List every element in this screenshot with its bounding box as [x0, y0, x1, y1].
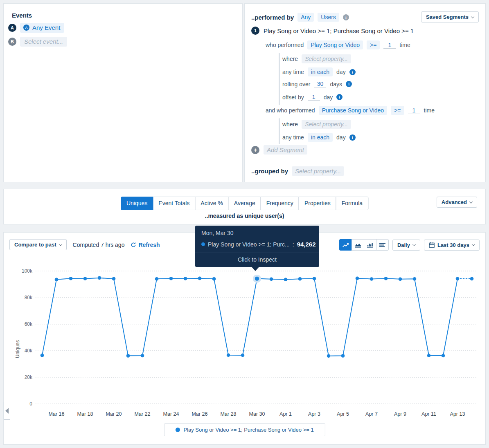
clause1-count-input[interactable]: [383, 42, 396, 49]
data-point[interactable]: [212, 277, 216, 281]
clause2-row: and who performed Purchase Song or Video…: [266, 106, 435, 115]
saved-segments-button[interactable]: Saved Segments: [421, 11, 479, 22]
x-tick-label: Apr 11: [421, 411, 436, 417]
clause2-indent-bar: [279, 118, 280, 144]
in-each-info-icon[interactable]: i: [349, 69, 356, 75]
clause2-in-each-pill[interactable]: in each: [308, 133, 333, 142]
rolling-input[interactable]: [314, 81, 326, 87]
tab-active-percent[interactable]: Active %: [195, 197, 228, 210]
offset-label: offset by: [282, 94, 304, 101]
data-point[interactable]: [184, 277, 187, 280]
data-point[interactable]: [83, 277, 87, 280]
rolling-info-icon[interactable]: i: [346, 81, 352, 87]
add-segment-plus-icon[interactable]: +: [251, 146, 259, 154]
data-point[interactable]: [456, 277, 460, 281]
event-label-a: Any Event: [32, 24, 60, 31]
clause1-row: who performed Play Song or Video >= time: [266, 40, 410, 49]
offset-info-icon[interactable]: i: [336, 94, 343, 100]
chevron-down-icon: [469, 200, 473, 203]
advanced-button[interactable]: Advanced: [437, 197, 477, 208]
data-point[interactable]: [384, 277, 388, 280]
data-point[interactable]: [413, 277, 417, 281]
data-point[interactable]: [370, 277, 374, 281]
data-point[interactable]: [470, 277, 474, 281]
data-point[interactable]: [55, 278, 59, 282]
clause1-event-pill[interactable]: Play Song or Video: [307, 40, 363, 49]
clause1-indent-bar: [279, 53, 280, 105]
clause1-where-select[interactable]: Select property...: [302, 54, 351, 63]
segment-number-badge: 1: [251, 27, 259, 35]
clause1-rolling-row: rolling over days i: [282, 81, 352, 87]
any-pill[interactable]: Any: [297, 13, 314, 22]
x-tick-label: Apr 7: [365, 411, 378, 417]
tab-event-totals[interactable]: Event Totals: [153, 197, 195, 210]
metric-tabs: Uniques Event Totals Active % Average Fr…: [121, 197, 368, 210]
clause1-operator-pill[interactable]: >=: [367, 40, 380, 49]
data-point[interactable]: [341, 354, 345, 358]
add-segment-button[interactable]: Add Segment: [264, 145, 307, 155]
event-select-b[interactable]: Select event...: [20, 37, 67, 47]
data-point[interactable]: [98, 276, 101, 280]
collapse-panel-handle[interactable]: [4, 402, 10, 420]
event-select-a[interactable]: A Any Event: [20, 23, 64, 33]
tab-uniques[interactable]: Uniques: [121, 197, 153, 210]
highlighted-data-point[interactable]: [255, 276, 259, 280]
clause2-operator-pill[interactable]: >=: [391, 106, 404, 115]
data-point[interactable]: [399, 278, 402, 281]
data-point[interactable]: [313, 277, 316, 280]
clause2-where-select[interactable]: Select property...: [302, 120, 351, 129]
clause2-event-pill[interactable]: Purchase Song or Video: [319, 106, 388, 115]
x-tick-label: Apr 3: [308, 411, 320, 417]
clause2-prefix: and who performed: [266, 107, 315, 114]
data-point[interactable]: [41, 354, 44, 357]
any-event-icon: A: [23, 25, 29, 31]
add-segment-row: + Add Segment: [251, 145, 307, 155]
tooltip-series-label: Play Song or Video >= 1; Purc...: [208, 241, 290, 248]
measured-as-text: ..measured as unique user(s): [4, 213, 485, 219]
data-point[interactable]: [112, 277, 116, 281]
offset-input[interactable]: [308, 94, 320, 101]
data-point[interactable]: [69, 277, 73, 280]
tooltip-inspect-button[interactable]: Click to Inspect: [195, 253, 319, 267]
tab-frequency[interactable]: Frequency: [261, 197, 299, 210]
clause1-in-each-pill[interactable]: in each: [308, 67, 333, 76]
grouped-by-select[interactable]: Select property...: [292, 166, 344, 176]
clause2-count-input[interactable]: [408, 107, 420, 114]
tab-properties[interactable]: Properties: [299, 197, 336, 210]
legend-series-label: Play Song or Video >= 1; Purchase Song o…: [183, 427, 313, 433]
y-tick-label: 100k: [22, 268, 33, 274]
data-point[interactable]: [298, 277, 302, 281]
data-point[interactable]: [126, 354, 130, 358]
data-point[interactable]: [155, 277, 159, 281]
chart-tooltip: Mon, Mar 30 Play Song or Video >= 1; Pur…: [195, 226, 319, 267]
x-tick-label: Mar 30: [249, 411, 265, 417]
collapse-arrow-icon: [5, 408, 9, 414]
tab-average[interactable]: Average: [228, 197, 261, 210]
data-point[interactable]: [327, 354, 331, 358]
data-point[interactable]: [198, 277, 202, 280]
rolling-suffix: days: [330, 81, 342, 87]
tooltip-date: Mon, Mar 30: [201, 230, 313, 236]
event-row-b: B Select event...: [8, 37, 67, 47]
data-point[interactable]: [169, 277, 173, 280]
performed-by-label: ..performed by: [251, 14, 294, 21]
users-pill[interactable]: Users: [318, 13, 339, 22]
clause2-in-each-info-icon[interactable]: i: [349, 134, 356, 141]
data-point[interactable]: [442, 354, 445, 358]
x-tick-label: Mar 26: [192, 411, 208, 417]
chart-legend[interactable]: Play Song or Video >= 1; Purchase Song o…: [164, 423, 325, 436]
data-point[interactable]: [270, 278, 273, 281]
data-point[interactable]: [284, 278, 288, 282]
segment-title: Play Song or Video >= 1; Purchase Song o…: [264, 27, 414, 34]
data-point[interactable]: [227, 353, 230, 357]
x-tick-label: Mar 28: [221, 411, 237, 417]
y-tick-label: 0: [29, 401, 32, 407]
x-tick-label: Apr 13: [450, 411, 465, 417]
data-point[interactable]: [356, 277, 359, 280]
tooltip-separator: :: [293, 241, 294, 248]
users-info-icon[interactable]: i: [343, 14, 349, 20]
data-point[interactable]: [427, 354, 431, 357]
tab-formula[interactable]: Formula: [336, 197, 368, 210]
data-point[interactable]: [241, 354, 245, 357]
data-point[interactable]: [141, 354, 144, 358]
